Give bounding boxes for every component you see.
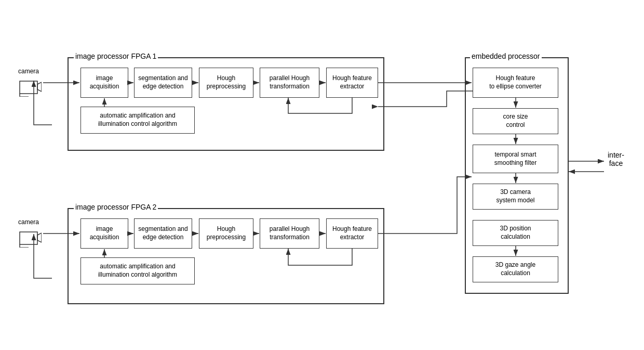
camera1-label: camera (18, 68, 39, 75)
camera1: camera (16, 68, 42, 97)
svg-marker-5 (37, 233, 42, 242)
diagram: camera camera image processor FPGA 1 ima… (0, 0, 644, 350)
fpga2-label: image processor FPGA 2 (74, 203, 158, 211)
hfe2-block: Hough featureextractor (326, 218, 378, 249)
aai1-block: automatic amplification andillumination … (81, 107, 195, 134)
csc-block: core sizecontrol (473, 108, 558, 134)
camera2-label: camera (18, 218, 39, 226)
hfec-block: Hough featureto ellipse converter (473, 68, 558, 98)
ia2-block: imageacquisition (81, 218, 128, 249)
sed2-block: segmentation andedge detection (134, 218, 192, 249)
3dpos-block: 3D positioncalculation (473, 220, 558, 246)
hfe1-block: Hough featureextractor (326, 68, 378, 98)
3dcam-block: 3D camerasystem model (473, 184, 558, 210)
fpga1-label: image processor FPGA 1 (74, 52, 158, 60)
embedded-label: embedded processor (470, 52, 542, 60)
aai2-block: automatic amplification andillumination … (81, 257, 195, 284)
camera2: camera (16, 218, 42, 248)
3dgaze-block: 3D gaze anglecalculation (473, 256, 558, 282)
svg-rect-4 (20, 232, 37, 244)
hp1-block: Houghpreprocessing (199, 68, 253, 98)
svg-rect-0 (20, 81, 37, 94)
ia1-block: imageacquisition (81, 68, 128, 98)
hp2-block: Houghpreprocessing (199, 218, 253, 249)
svg-marker-1 (37, 82, 42, 92)
interface-label: inter-face (608, 151, 624, 167)
pht2-block: parallel Houghtransformation (260, 218, 319, 249)
sed1-block: segmentation andedge detection (134, 68, 192, 98)
pht1-block: parallel Houghtransformation (260, 68, 319, 98)
tssf-block: temporal smartsmoothing filter (473, 145, 558, 173)
